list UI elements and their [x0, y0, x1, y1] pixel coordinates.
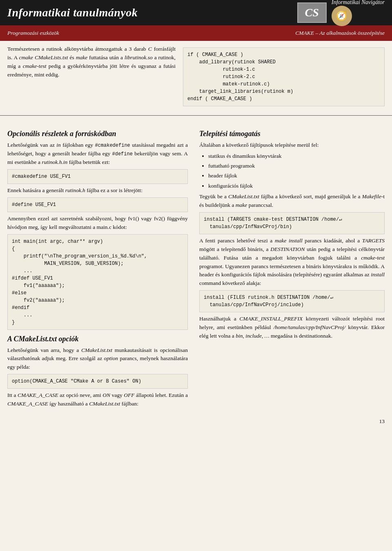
- intro-right: if ( CMAKE_A_CASE ) add_library(rutinok …: [183, 45, 385, 109]
- page-footer: 13: [0, 417, 392, 429]
- page-header: Informatikai tanulmányok CS Informatikai…: [0, 0, 392, 25]
- section1-para4: Lehetőségünk van arra, hogy a CMakeList.…: [7, 346, 188, 372]
- section2-para1: Általában a következő fájltípusok telepí…: [199, 141, 385, 150]
- subheader-right: CMAKE – Az alkalmazások összeépítése: [295, 30, 385, 36]
- code-install-targets: install (TARGETS cmake‑test DESTINATION …: [199, 212, 385, 234]
- page-title: Informatikai tanulmányok: [7, 6, 138, 19]
- subheader: Programozási eszközök CMAKE – Az alkalma…: [0, 25, 392, 41]
- intro-code-block: if ( CMAKE_A_CASE ) add_library(rutinok …: [183, 47, 385, 106]
- nav-text: Informatikai Navigátor: [332, 0, 385, 6]
- section1-para3: Amennyiben ezzel azt szeretnénk szabályo…: [7, 215, 188, 232]
- left-column: Opcionális részletek a forráskódban Lehe…: [7, 125, 195, 411]
- section1-heading: Opcionális részletek a forráskódban: [7, 130, 188, 138]
- code-main: int main(int argc, char** argv) { printf…: [7, 234, 188, 330]
- cs-logo: CS: [297, 2, 327, 23]
- section1-para1: Lehetőségünk van az in fájlokban egy #cm…: [7, 141, 188, 167]
- list-item-4: konfigurációs fájlok: [208, 182, 385, 190]
- code-install-files: install (FILES rutinok.h DESTINATION /ho…: [199, 290, 385, 312]
- compass-icon: 🧭: [332, 6, 352, 26]
- main-content: Opcionális részletek a forráskódban Lehe…: [0, 119, 392, 417]
- code-define: #define USE_FV1: [7, 197, 188, 212]
- intro-para1: Természetesen a rutinok alkönyvtárba átm…: [7, 45, 176, 79]
- install-list: statikus és dinamikus könyvtárak futtath…: [208, 152, 385, 190]
- section-divider: [0, 115, 392, 116]
- section1-para5: Itt a CMAKE_A_CASE az opció neve, ami ON…: [7, 391, 188, 408]
- section2-para2: Tegyük be a CMakeList.txt fájlba a követ…: [199, 193, 385, 210]
- section2-para3: A fenti parancs lehetővé teszi a make in…: [199, 237, 385, 288]
- list-item-2: futtatható programok: [208, 162, 385, 170]
- list-item-1: statikus és dinamikus könyvtárak: [208, 152, 385, 160]
- intro-left: Természetesen a rutinok alkönyvtárba átm…: [7, 45, 183, 109]
- section1-para2: Ennek hatására a generált rutinok.h fájl…: [7, 186, 188, 195]
- page-number: 13: [379, 418, 385, 425]
- right-column: Telepítési támogatás Általában a követke…: [195, 125, 385, 411]
- section2-heading: Telepítési támogatás: [199, 130, 385, 138]
- code-option: option(CMAKE_A_CASE "CMake A or B Cases"…: [7, 374, 188, 389]
- intro-section: Természetesen a rutinok alkönyvtárba átm…: [0, 41, 392, 111]
- list-item-3: header fájlok: [208, 172, 385, 180]
- section2-para4: Használhatjuk a CMAKE_INSTALL_PREFIX kör…: [199, 315, 385, 340]
- code-cmakedefine: #cmakedefine USE_FV1: [7, 169, 188, 184]
- subsection-heading: A CMakeList.txt opciók: [7, 335, 188, 343]
- header-right: CS Informatikai Navigátor 🧭: [297, 0, 385, 26]
- subheader-left: Programozási eszközök: [7, 30, 59, 36]
